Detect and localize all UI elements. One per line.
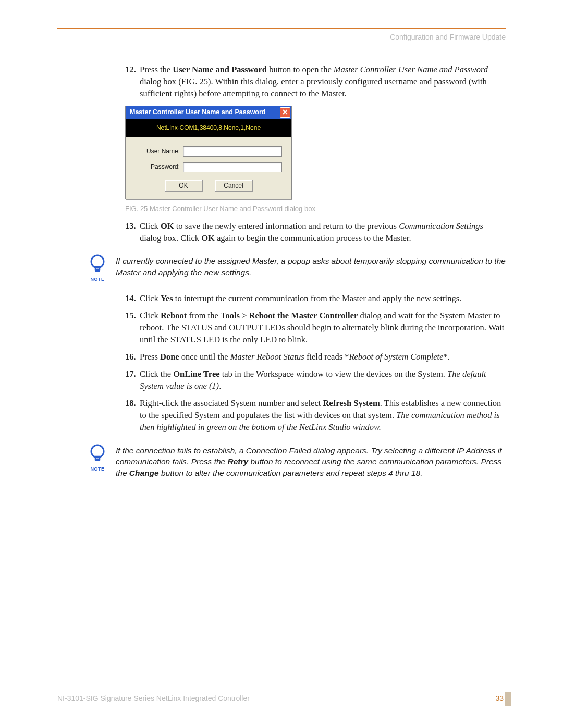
username-label: User Name: [135, 147, 180, 156]
step-text: Click OK to save the newly entered infor… [140, 221, 483, 243]
top-rule [57, 28, 506, 29]
content: 12. Press the User Name and Password but… [57, 64, 506, 479]
cancel-button[interactable]: Cancel [215, 180, 252, 191]
step-number: 13. [125, 220, 136, 232]
dialog-body: User Name: Password: OK Cancel [126, 137, 291, 199]
note-text: If currently connected to the assigned M… [116, 254, 506, 278]
password-label: Password: [135, 163, 180, 171]
password-row: Password: [135, 162, 282, 172]
ok-button[interactable]: OK [165, 180, 202, 191]
step-number: 12. [125, 64, 136, 76]
close-icon[interactable]: ✕ [280, 107, 290, 118]
step-text: Press Done once until the Master Reboot … [140, 352, 450, 362]
note-block-1: NOTE If currently connected to the assig… [89, 254, 506, 283]
step-18: 18. Right-click the associated System nu… [125, 397, 506, 433]
steps-list-13: 13. Click OK to save the newly entered i… [125, 220, 506, 244]
password-input[interactable] [183, 162, 282, 172]
svg-point-0 [91, 255, 104, 268]
step-text: Press the User Name and Password button … [140, 65, 488, 98]
steps-list-a: 12. Press the User Name and Password but… [125, 64, 506, 100]
username-input[interactable] [183, 146, 282, 157]
page: Configuration and Firmware Update 12. Pr… [0, 0, 563, 728]
corner-tab [505, 692, 511, 706]
step-number: 18. [125, 397, 136, 409]
lightbulb-icon [89, 444, 106, 465]
lightbulb-icon [89, 254, 106, 275]
step-14: 14. Click Yes to interrupt the current c… [125, 292, 506, 304]
step-17: 17. Click the OnLine Tree tab in the Wor… [125, 368, 506, 392]
step-text: Click Yes to interrupt the current commu… [140, 293, 461, 303]
step-12: 12. Press the User Name and Password but… [125, 64, 506, 100]
note-text: If the connection fails to establish, a … [116, 444, 506, 479]
note-label: NOTE [89, 466, 106, 473]
step-16: 16. Press Done once until the Master Reb… [125, 351, 506, 363]
step-number: 15. [125, 310, 136, 322]
step-number: 17. [125, 368, 136, 380]
dialog-buttons: OK Cancel [135, 180, 282, 191]
svg-point-2 [91, 445, 104, 458]
step-13: 13. Click OK to save the newly entered i… [125, 220, 506, 244]
dialog-title: Master Controller User Name and Password [130, 108, 266, 117]
step-text: Click the OnLine Tree tab in the Workspa… [140, 369, 486, 391]
note-icon: NOTE [89, 444, 106, 473]
note-block-2: NOTE If the connection fails to establis… [89, 444, 506, 479]
section-header: Configuration and Firmware Update [57, 30, 506, 43]
footer: NI-3101-SIG Signature Series NetLinx Int… [57, 690, 506, 704]
step-15: 15. Click Reboot from the Tools > Reboot… [125, 310, 506, 346]
step-text: Right-click the associated System number… [140, 398, 501, 432]
note-label: NOTE [89, 276, 106, 283]
dialog-master-controller: Master Controller User Name and Password… [125, 106, 292, 199]
step-text: Click Reboot from the Tools > Reboot the… [140, 311, 504, 344]
step-number: 16. [125, 351, 136, 363]
connection-string: NetLinx-COM1,38400,8,None,1,None [126, 119, 291, 137]
note-icon: NOTE [89, 254, 106, 283]
dialog-titlebar: Master Controller User Name and Password… [126, 106, 291, 119]
username-row: User Name: [135, 146, 282, 157]
footer-text: NI-3101-SIG Signature Series NetLinx Int… [57, 694, 250, 704]
step-number: 14. [125, 292, 136, 304]
steps-list-b: 14. Click Yes to interrupt the current c… [125, 292, 506, 434]
figure-caption: FIG. 25 Master Controller User Name and … [125, 204, 506, 214]
